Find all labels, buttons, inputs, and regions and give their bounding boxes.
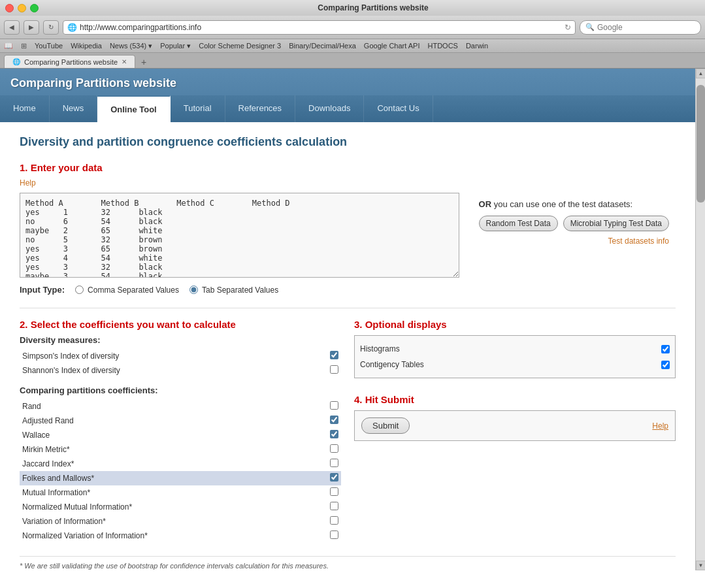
reload-icon[interactable]: ↻: [565, 23, 571, 32]
bookmark-googlechart[interactable]: Google Chart API: [364, 42, 420, 50]
section4: 4. Hit Submit Submit Help: [354, 394, 676, 441]
section1-help-link[interactable]: Help: [20, 178, 676, 188]
checkbox-shannon[interactable]: [330, 365, 338, 374]
tab-bar: 🌐 Comparing Partitions website ✕ +: [0, 53, 705, 69]
checkbox-jaccard[interactable]: [330, 459, 338, 467]
bookmark-youtube[interactable]: YouTube: [35, 42, 63, 50]
or-strong: OR: [479, 199, 492, 209]
radio-tsv[interactable]: [189, 286, 198, 294]
nav-tab-tutorial[interactable]: Tutorial: [171, 95, 225, 122]
diversity-title: Diversity measures:: [20, 335, 341, 345]
page-title: Diversity and partition congruence coeff…: [20, 135, 676, 149]
main-container: Comparing Partitions website Home News O…: [0, 69, 705, 570]
checkbox-simpsons[interactable]: [330, 351, 338, 359]
address-bar[interactable]: 🌐 ↻: [63, 20, 576, 35]
checkbox-norm-mutual-info[interactable]: [330, 502, 338, 510]
contingency-label: Contigency Tables: [360, 360, 424, 369]
coeff-label: Adjusted Rand: [20, 414, 321, 428]
minimize-button[interactable]: [18, 4, 26, 12]
table-row: Normalized Mutual Information*: [20, 500, 341, 514]
bookmark-darwin[interactable]: Darwin: [466, 42, 488, 50]
coeff-checkbox-cell: [321, 485, 341, 500]
coeff-label: Normalized Mutual Information*: [20, 500, 321, 514]
tab-close-button[interactable]: ✕: [122, 58, 127, 65]
table-row: Variation of Information*: [20, 514, 341, 529]
close-button[interactable]: [5, 4, 14, 12]
section3-num: 3.: [354, 319, 363, 330]
checkbox-folkes[interactable]: [330, 473, 338, 482]
checkbox-norm-variation-info[interactable]: [330, 531, 338, 539]
search-bar[interactable]: 🔍: [580, 20, 701, 35]
nav-tab-news[interactable]: News: [50, 95, 98, 122]
checkbox-wallace[interactable]: [330, 430, 338, 438]
section2-text: Select the coefficients you want to calc…: [31, 319, 236, 330]
nav-tab-downloads[interactable]: Downloads: [295, 95, 364, 122]
forward-button[interactable]: ▶: [24, 20, 39, 35]
bookmarks-bar: 📖 ⊞ YouTube Wikipedia News (534) ▾ Popul…: [0, 39, 705, 52]
table-row: Normalized Variation of Information*: [20, 529, 341, 543]
nav-tab-online-tool[interactable]: Online Tool: [97, 95, 171, 122]
bookmark-news[interactable]: News (534) ▾: [110, 42, 152, 50]
radio-csv[interactable]: [75, 286, 84, 294]
submit-button[interactable]: Submit: [361, 417, 410, 434]
scrollbar-thumb[interactable]: [697, 85, 705, 203]
bookmark-wikipedia[interactable]: Wikipedia: [71, 42, 102, 50]
coeff-checkbox-cell: [321, 514, 341, 529]
table-row: Adjusted Rand: [20, 414, 341, 428]
table-row: Rand: [20, 399, 341, 414]
scroll-down-button[interactable]: ▼: [696, 561, 705, 570]
data-textarea[interactable]: Method A Method B Method C Method D yes …: [20, 193, 459, 278]
address-input[interactable]: [80, 23, 562, 32]
table-row: Mirkin Metric*: [20, 442, 341, 457]
comparing-title: Comparing partitions coefficients:: [20, 385, 341, 395]
window-buttons: [5, 4, 39, 12]
checkbox-rand[interactable]: [330, 401, 338, 410]
submit-help-link[interactable]: Help: [652, 421, 668, 431]
checkbox-contingency[interactable]: [661, 361, 670, 369]
bookmark-colorscheme[interactable]: Color Scheme Designer 3: [199, 42, 281, 50]
random-test-data-button[interactable]: Random Test Data: [479, 216, 558, 231]
section1-text: Enter your data: [31, 162, 103, 173]
radio-csv-label[interactable]: Comma Separated Values: [75, 286, 179, 295]
footnote: * We are still validating the use of boo…: [20, 556, 676, 570]
browser-tab[interactable]: 🌐 Comparing Partitions website ✕: [4, 55, 135, 68]
coeff-label: Wallace: [20, 428, 321, 442]
table-row: Simpson's Index of diversity: [20, 349, 341, 363]
radio-csv-text: Comma Separated Values: [88, 286, 179, 295]
coeff-label: Variation of Information*: [20, 514, 321, 529]
scrollbar-track: [696, 78, 705, 561]
coeff-checkbox-cell: [321, 349, 341, 363]
bookmark-htdocs[interactable]: HTDOCS: [427, 42, 457, 50]
new-tab-button[interactable]: +: [138, 56, 150, 68]
test-datasets-info-link[interactable]: Test datasets info: [479, 237, 669, 246]
radio-tsv-label[interactable]: Tab Separated Values: [189, 286, 278, 295]
microbial-test-data-button[interactable]: Microbial Typing Test Data: [563, 216, 669, 231]
checkbox-variation-info[interactable]: [330, 516, 338, 525]
nav-tab-home[interactable]: Home: [0, 95, 50, 122]
coefficients-wrapper: 2. Select the coefficients you want to c…: [20, 319, 676, 543]
section3: 3. Optional displays Histograms Contigen…: [354, 319, 676, 543]
checkbox-histograms[interactable]: [661, 345, 670, 353]
comparing-section: Comparing partitions coefficients: Rand …: [20, 385, 341, 543]
bookmark-binary[interactable]: Binary/Decimal/Hexa: [289, 42, 356, 50]
site-logo: Comparing Partitions website: [0, 69, 695, 95]
checkbox-mirkin[interactable]: [330, 444, 338, 453]
back-button[interactable]: ◀: [4, 20, 20, 35]
scroll-up-button[interactable]: ▲: [696, 69, 705, 78]
refresh-button[interactable]: ↻: [43, 20, 59, 35]
bookmark-popular[interactable]: Popular ▾: [160, 42, 191, 50]
nav-tab-references[interactable]: References: [225, 95, 295, 122]
maximize-button[interactable]: [30, 4, 39, 12]
coeff-label: Simpson's Index of diversity: [20, 349, 321, 363]
histograms-label: Histograms: [360, 344, 400, 353]
checkbox-mutual-info[interactable]: [330, 487, 338, 496]
textarea-wrap: Method A Method B Method C Method D yes …: [20, 193, 459, 295]
search-input[interactable]: [597, 23, 695, 32]
nav-tab-contact[interactable]: Contact Us: [364, 95, 433, 122]
checkbox-adjusted-rand[interactable]: [330, 416, 338, 424]
radio-tsv-text: Tab Separated Values: [202, 286, 278, 295]
right-scrollbar: ▲ ▼: [695, 69, 705, 570]
data-entry-section: Method A Method B Method C Method D yes …: [20, 193, 676, 295]
coeff-checkbox-cell: [321, 442, 341, 457]
coeff-checkbox-cell: [321, 414, 341, 428]
